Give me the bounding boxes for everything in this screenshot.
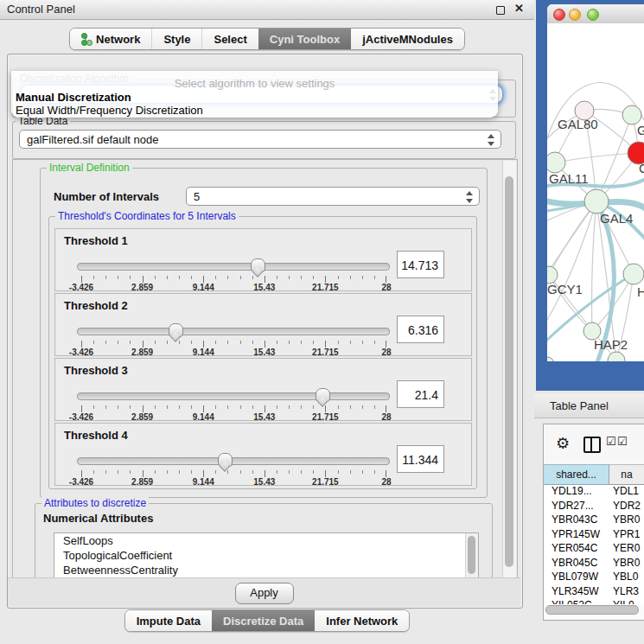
network-node-gcy1[interactable]	[547, 266, 558, 284]
apply-strip: Apply	[8, 577, 520, 607]
checked-box-icon[interactable]: ☑	[606, 435, 616, 448]
slider-ticks-major	[81, 405, 386, 412]
tick-label: 21.715	[312, 412, 339, 422]
tick-label: 9.144	[193, 283, 214, 292]
float-window-icon[interactable]	[496, 6, 505, 15]
table-row[interactable]: YLR345WYLR3	[544, 585, 644, 600]
horizontal-scrollbar[interactable]	[545, 604, 641, 614]
network-edge[interactable]	[592, 201, 596, 331]
table-row[interactable]: YBR045CYBR0	[544, 557, 644, 571]
threshold-slider[interactable]: -3.4262.8599.14415.4321.71528	[77, 453, 390, 482]
table-row[interactable]: YER054CYER0	[544, 542, 644, 557]
table-row[interactable]: YBR043CYBR0	[544, 513, 644, 528]
threshold-panel: Threshold 1-3.4262.8599.14415.4321.71528…	[54, 228, 472, 291]
table-data-combobox[interactable]: galFiltered.sif default node	[19, 130, 501, 149]
tab-cyni-toolbox[interactable]: Cyni Toolbox	[258, 29, 351, 49]
network-edge[interactable]	[555, 153, 639, 163]
table-header: shared... na	[544, 464, 644, 485]
node-label: GAL4	[600, 211, 633, 226]
network-canvas[interactable]: GAL80GACGAL11GAL4GCY1HHAP2	[547, 23, 644, 361]
network-node-ga[interactable]	[622, 105, 641, 124]
node-label: GA	[637, 123, 644, 137]
list-item[interactable]: SelfLoops	[54, 533, 478, 548]
network-icon	[81, 33, 92, 45]
network-edge[interactable]	[596, 115, 632, 201]
num-intervals-combobox[interactable]: 5	[186, 187, 480, 206]
node-label: HAP2	[594, 337, 628, 352]
control-panel-titlebar: Control Panel ✕	[0, 0, 534, 20]
table-row[interactable]: YDL19...YDL1	[544, 485, 644, 500]
close-icon[interactable]: ✕	[514, 2, 524, 15]
slider-thumb[interactable]	[218, 453, 233, 467]
attribute-items: SelfLoopsTopologicalCoefficientBetweenne…	[54, 533, 478, 577]
popup-item-equal-width[interactable]: Equal Width/Frequency Discretization	[16, 104, 203, 117]
tick-label: 21.715	[312, 477, 339, 487]
threshold-value[interactable]: 14.713	[397, 251, 444, 278]
threshold-panel: Threshold 3-3.4262.8599.14415.4321.71528…	[54, 358, 472, 421]
threshold-value[interactable]: 11.344	[397, 445, 444, 473]
popup-item-manual[interactable]: Manual Discretization	[16, 91, 131, 104]
slider-ticks-major	[81, 470, 386, 477]
table-row[interactable]: YDR27...YDR2	[544, 500, 644, 514]
threshold-slider[interactable]: -3.4262.8599.14415.4321.71528	[77, 258, 390, 288]
threshold-label: Threshold 2	[64, 299, 128, 312]
threshold-slider[interactable]: -3.4262.8599.14415.4321.71528	[77, 323, 390, 353]
network-node-h[interactable]	[623, 264, 644, 284]
thresholds-group-title: Threshold's Coordinates for 5 Intervals	[55, 210, 239, 222]
popup-hint: Select algorithm to view settings	[11, 77, 498, 90]
slider-thumb[interactable]	[169, 323, 183, 337]
checked-box-icon[interactable]: ☑	[617, 435, 628, 448]
attributes-scrollbar[interactable]	[465, 533, 478, 580]
slider-track[interactable]	[77, 392, 390, 400]
num-intervals-label: Number of Intervals	[54, 190, 159, 203]
tick-label: 28	[381, 283, 391, 292]
slider-track[interactable]	[77, 263, 390, 271]
threshold-slider[interactable]: -3.4262.8599.14415.4321.71528	[77, 388, 390, 418]
slider-track[interactable]	[77, 457, 390, 465]
tab-impute-data[interactable]: Impute Data	[125, 610, 212, 631]
list-item[interactable]: BetweennessCentrality	[54, 563, 478, 577]
tab-infer-network[interactable]: Infer Network	[315, 610, 409, 631]
mac-close-icon[interactable]	[553, 9, 565, 21]
slider-thumb[interactable]	[251, 258, 265, 272]
network-node-gal11[interactable]	[547, 152, 565, 173]
network-node-gal4[interactable]	[584, 189, 609, 214]
vertical-scrollbar[interactable]	[502, 161, 516, 577]
tick-label: 21.715	[312, 348, 339, 357]
tab-select[interactable]: Select	[201, 29, 258, 49]
tab-discretize-data[interactable]: Discretize Data	[212, 610, 315, 631]
mac-zoom-icon[interactable]	[587, 9, 599, 21]
slider-tick-labels: -3.4262.8599.14415.4321.71528	[81, 412, 386, 423]
scrollbar-thumb[interactable]	[505, 176, 513, 567]
table-row[interactable]: YPR145WYPR1	[544, 528, 644, 543]
tab-style[interactable]: Style	[151, 29, 201, 49]
combo-spinner-icon	[487, 134, 494, 146]
network-window[interactable]: GAL80GACGAL11GAL4GCY1HHAP2	[547, 4, 644, 361]
threshold-value[interactable]: 21.4	[397, 380, 444, 408]
gear-icon[interactable]: ⚙	[556, 434, 570, 453]
list-item[interactable]: TopologicalCoefficient	[54, 548, 478, 563]
scrollbar-thumb[interactable]	[545, 605, 639, 615]
tab-network[interactable]: Network	[70, 29, 151, 49]
tab-jactivemnodules[interactable]: jActiveMNodules	[351, 29, 464, 49]
threshold-value[interactable]: 6.316	[397, 316, 444, 343]
slider-tick-labels: -3.4262.8599.14415.4321.71528	[81, 348, 386, 358]
apply-button[interactable]: Apply	[235, 583, 294, 604]
slider-track[interactable]	[77, 328, 390, 335]
mac-minimize-icon[interactable]	[569, 9, 581, 21]
column-header-shared[interactable]: shared...	[544, 464, 609, 485]
network-node[interactable]	[547, 357, 554, 361]
columns-icon[interactable]	[583, 437, 601, 453]
numerical-attributes-list[interactable]: SelfLoopsTopologicalCoefficientBetweenne…	[54, 532, 479, 581]
table-row[interactable]: YBL079WYBL0	[544, 571, 644, 585]
column-header-name[interactable]: na	[609, 464, 644, 485]
network-edge[interactable]	[547, 201, 596, 331]
cell-name: YER0	[609, 542, 644, 557]
tick-label: -3.426	[69, 283, 93, 292]
slider-thumb[interactable]	[316, 388, 330, 402]
tick-label: 2.859	[131, 348, 153, 357]
num-intervals-value: 5	[194, 190, 200, 203]
tick-label: -3.426	[69, 348, 93, 357]
tab-label: Discretize Data	[223, 615, 303, 628]
scrollbar-thumb[interactable]	[468, 536, 475, 574]
